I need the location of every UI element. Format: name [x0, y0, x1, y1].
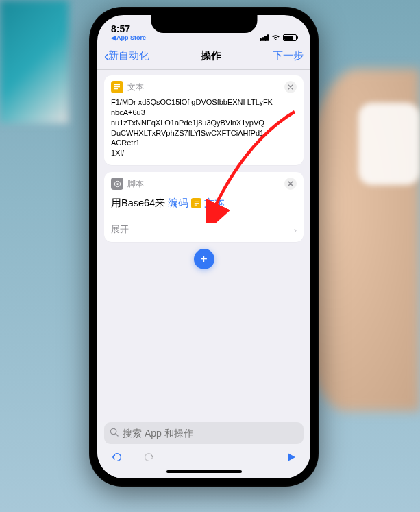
text-line: 1Xi/ [111, 148, 297, 158]
text-line: ACRetr1 [111, 138, 297, 148]
card-header: 文本 [104, 75, 304, 96]
card-close-button[interactable] [284, 81, 297, 93]
gear-icon [111, 178, 123, 190]
breadcrumb-label: App Store [116, 34, 146, 41]
back-label: 新自动化 [108, 49, 149, 62]
add-action-button[interactable]: + [194, 249, 214, 269]
phone-notch [151, 15, 257, 33]
undo-button[interactable] [111, 451, 123, 466]
text-icon [111, 81, 123, 93]
svg-point-4 [116, 183, 119, 185]
page-title: 操作 [149, 49, 273, 62]
script-body: 用Base64来 编码 文本 [104, 193, 304, 217]
encode-token[interactable]: 编码 [168, 197, 188, 210]
svg-line-9 [116, 434, 118, 436]
expand-row[interactable]: 展开 › [104, 217, 304, 242]
text-line: nu1zTxNNFqXLO1aPde1j8u3QyBVlnX1ypVQ [111, 118, 297, 128]
search-input[interactable] [123, 428, 298, 439]
svg-rect-0 [114, 84, 120, 85]
home-indicator[interactable] [166, 470, 242, 473]
svg-rect-5 [194, 201, 198, 202]
text-variable-token[interactable]: 文本 [204, 197, 225, 210]
breadcrumb-chevron-icon: ◀ [111, 34, 116, 41]
wifi-icon [271, 34, 280, 41]
toolbar [104, 448, 304, 466]
background-blur [0, 0, 69, 123]
svg-rect-6 [194, 203, 198, 204]
text-line: nbcA+6u3 [111, 108, 297, 118]
svg-rect-2 [114, 88, 118, 89]
text-line: F1/MDr xd5QsOC15lOf gDVOSfbbEXNI LTLyFK [111, 97, 297, 108]
plus-icon: + [200, 252, 208, 267]
play-button[interactable] [286, 452, 297, 465]
close-icon [288, 84, 293, 90]
text-content[interactable]: F1/MDr xd5QsOC15lOf gDVOSfbbEXNI LTLyFK … [104, 96, 304, 165]
script-expression: 用Base64来 编码 文本 [111, 197, 297, 210]
text-action-card: 文本 F1/MDr xd5QsOC15lOf gDVOSfbbEXNI LTLy… [104, 75, 304, 165]
card-title: 文本 [127, 82, 280, 93]
battery-icon [283, 34, 297, 41]
search-bar[interactable] [104, 422, 304, 444]
script-action-card: 脚本 用Base64来 编码 文本 展开 [104, 172, 304, 242]
cellular-signal-icon [260, 34, 269, 41]
expand-label: 展开 [111, 223, 129, 236]
phone-screen: 8:57 ◀ App Store ‹ 新自动化 操作 下一步 [97, 15, 310, 478]
close-icon [288, 181, 293, 186]
back-button[interactable]: ‹ 新自动化 [104, 48, 149, 64]
content-area: 文本 F1/MDr xd5QsOC15lOf gDVOSfbbEXNI LTLy… [97, 70, 310, 430]
background-object [358, 103, 420, 185]
card-header: 脚本 [104, 172, 304, 193]
next-button[interactable]: 下一步 [273, 49, 304, 62]
text-line: DuCWHXLTxRVphZS7fLYlSwCXFTCiAHfPd1 [111, 128, 297, 138]
text-variable-icon [191, 198, 201, 208]
status-breadcrumb[interactable]: ◀ App Store [111, 34, 204, 41]
chevron-right-icon: › [294, 225, 297, 235]
bottom-bar [97, 422, 310, 478]
script-prefix: 用Base64来 [111, 197, 165, 210]
svg-rect-1 [114, 86, 120, 87]
card-title: 脚本 [127, 178, 280, 190]
svg-rect-7 [194, 204, 197, 205]
search-icon [110, 428, 119, 439]
redo-button [143, 451, 155, 466]
phone-frame: 8:57 ◀ App Store ‹ 新自动化 操作 下一步 [89, 7, 319, 487]
nav-bar: ‹ 新自动化 操作 下一步 [97, 42, 310, 70]
card-close-button[interactable] [284, 178, 297, 190]
